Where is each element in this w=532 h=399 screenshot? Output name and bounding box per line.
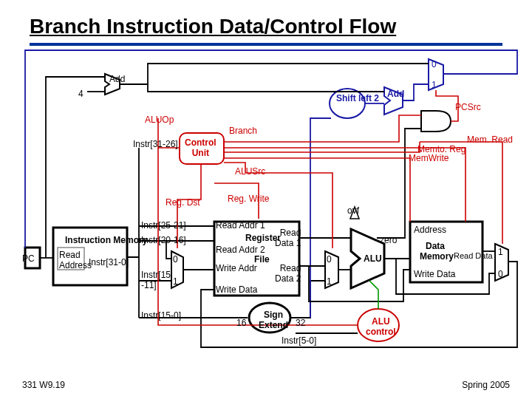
footer-left: 331 W9.19 [22, 380, 65, 390]
label-mux-m2r0: 0 [498, 269, 503, 279]
bits-20-16: Instr[20-16] [141, 235, 186, 245]
sig-aluop: ALUOp [145, 115, 174, 125]
label-sign-ext: Sign Extend [259, 310, 288, 330]
sig-regwrite: Reg. Write [228, 194, 269, 204]
bits-5-0: Instr[5-0] [282, 335, 316, 346]
label-add2: Add [387, 89, 404, 99]
label-alu: ALU [364, 253, 382, 264]
label-mux-regdst1: 1 [173, 276, 178, 287]
label-instr-out: Instr[31-0] [89, 257, 129, 267]
sig-regdst: Reg. Dst [166, 197, 200, 208]
label-mux-alusrc0: 0 [327, 254, 332, 265]
sig-branch: Branch [229, 126, 257, 136]
label-dm1: Data [426, 241, 445, 251]
bits-15-0: Instr[15-0] [141, 310, 181, 321]
label-alu-control: ALU control [366, 316, 396, 337]
sig-pcsrc: PCSrc [455, 102, 481, 112]
sig-memwrite: MemWrite [409, 153, 449, 163]
label-rdata1: Read Data 1 [275, 228, 301, 248]
label-pc: PC [22, 253, 35, 264]
label-mux-alusrc1: 1 [327, 276, 332, 287]
label-control: Control Unit [185, 137, 216, 158]
label-32: 32 [296, 318, 305, 328]
label-dm2: Memory [420, 251, 454, 262]
footer-right: Spring 2005 [462, 380, 510, 390]
sig-memtoreg: Memto. Reg [417, 144, 466, 154]
bits-15-11: Instr[15 -11] [141, 270, 171, 290]
label-dm-rdata: Read Data [454, 251, 493, 260]
sig-alusrc: ALUSrc [235, 166, 265, 177]
label-zero: zero [380, 235, 397, 245]
label-instr-mem: Instruction Memory [65, 235, 147, 245]
label-shift-left: Shift left 2 [336, 93, 379, 103]
label-radd1: Read Addr 1 [216, 220, 265, 231]
label-dm-wdata: Write Data [414, 269, 455, 279]
sig-memread: Mem. Read [467, 134, 513, 145]
label-mux-regdst0: 0 [173, 254, 178, 265]
bits-25-21: Instr[25-21] [141, 220, 186, 231]
bits-31-26: Instr[31-26] [133, 139, 178, 149]
label-radd2: Read Addr 2 [216, 245, 265, 255]
label-wdata: Write Data [216, 284, 257, 295]
label-dm-addr: Address [414, 225, 446, 235]
label-read-addr: Read Address [59, 250, 92, 270]
label-mux-m2r1: 1 [498, 247, 503, 257]
label-add1: Add [109, 74, 125, 84]
label-mux-pcsrc1: 1 [432, 80, 437, 90]
label-four: 4 [78, 89, 83, 99]
label-16: 16 [236, 318, 246, 328]
label-rdata2: Read Data 2 [275, 263, 301, 284]
label-mux-pcsrc0: 0 [432, 59, 437, 69]
label-ovf: ovf [347, 205, 359, 216]
label-waddr: Write Addr [216, 263, 257, 273]
